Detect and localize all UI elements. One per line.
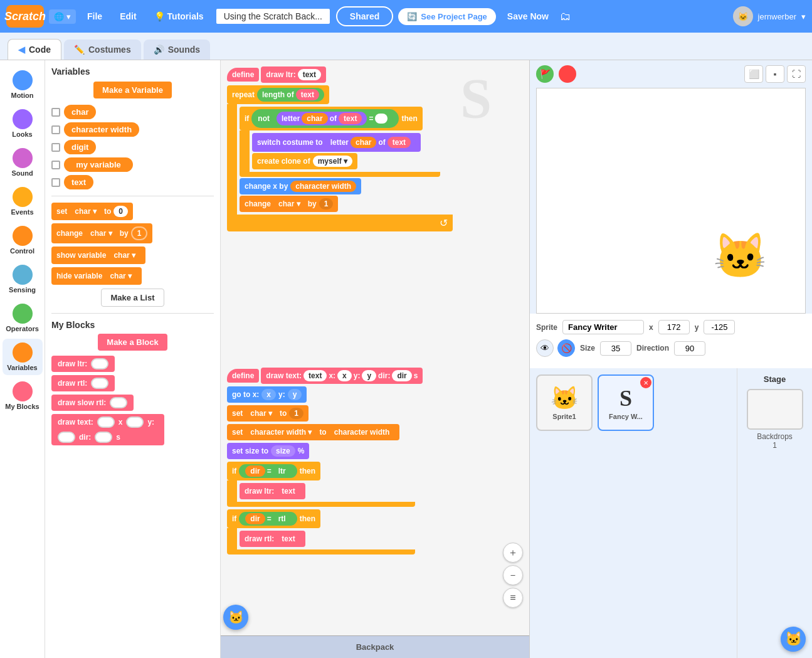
draw-slow-rtl-block[interactable]: draw slow rtl: [51,395,214,411]
make-block-button[interactable]: Make a Block [98,334,167,351]
sprite-name-input[interactable] [562,320,644,334]
myself-select[interactable]: myself ▾ [313,156,352,167]
dir-arg[interactable]: dir [392,370,411,381]
x-coord-input[interactable] [658,320,690,334]
char-checkbox[interactable] [51,108,60,117]
make-list-button[interactable]: Make a List [101,289,164,307]
draw-slow-rtl-input[interactable] [110,397,127,408]
change-char-inner-block[interactable]: change char ▾ by 1 [240,196,440,212]
show-sprite-btn[interactable]: 👁 [536,339,554,357]
stop-btn[interactable] [559,65,576,83]
user-menu[interactable]: 🐱 jernwerber ▾ [733,6,806,26]
large-stage-btn[interactable]: ▪ [766,65,784,83]
draw-ltr-call-label[interactable]: draw ltr: text [240,483,305,499]
if-block[interactable]: if not letter char of text = [240,107,440,130]
set-charwidth-block[interactable]: set character width ▾ to character width [227,424,423,440]
draw-rtl-block[interactable]: draw rtl: [51,375,214,391]
y-oval-goto[interactable]: y [288,389,302,400]
draw-text-input4[interactable] [95,432,112,443]
draw-text-input3[interactable] [58,432,75,443]
change-value[interactable]: 1 [131,226,148,240]
text-arg2[interactable]: text [303,370,327,381]
sprite-delete-btn[interactable]: ✕ [640,377,651,388]
repeat-block[interactable]: repeat length of text [227,85,453,104]
text-oval-ltr[interactable]: text [277,486,300,497]
draw-text-hat-block[interactable]: draw text: text x: x y: y dir: dir s [261,368,423,384]
create-clone-label[interactable]: create clone of myself ▾ [252,153,357,169]
folder-btn[interactable]: 🗂 [560,10,571,23]
sidebar-item-variables[interactable]: Variables [3,339,43,375]
set-char-1-block[interactable]: set char ▾ to 1 [227,405,423,422]
edit-menu[interactable]: Edit [113,9,142,24]
charwidth-checkbox[interactable] [51,125,60,134]
goto-block[interactable]: go to x: x y: y [227,386,423,403]
if-label[interactable]: if not letter char of text = [240,107,423,130]
define-block[interactable]: define [227,68,259,82]
file-menu[interactable]: File [81,9,108,24]
sidebar-item-control[interactable]: Control [3,222,43,258]
char-select-set[interactable]: char ▾ [70,206,102,217]
small-stage-btn[interactable]: ⬜ [744,65,763,83]
text-oval[interactable]: text [296,89,319,100]
set-size-block[interactable]: set size to size % [227,443,423,459]
see-project-page-btn[interactable]: 🔄 See Project Page [398,8,496,25]
tab-sounds[interactable]: 🔊 Sounds [144,40,210,60]
charwidth-oval2[interactable]: character width [329,427,395,438]
char-select2[interactable]: char ▾ [245,408,277,419]
length-of-text[interactable]: length of text [257,88,324,102]
set-char-block[interactable]: set char ▾ to 0 [51,203,214,220]
goto-label[interactable]: go to x: x y: y [227,386,307,403]
letter-block2[interactable]: letter char of text [325,135,416,149]
green-flag-btn[interactable]: 🚩 [536,65,554,83]
set-charwidth-label[interactable]: set character width ▾ to character width [227,424,399,440]
draw-rtl-call-block[interactable]: draw rtl: text [240,531,305,547]
charwidth-pill[interactable]: character width [64,122,139,137]
create-clone-block[interactable]: create clone of myself ▾ [252,153,421,169]
sidebar-item-myblocks[interactable]: My Blocks [3,378,43,414]
set-value[interactable]: 0 [113,206,128,217]
size-input[interactable] [600,341,631,356]
eq-bool[interactable]: letter char of text = [272,110,393,127]
char-oval2[interactable]: char [351,137,376,148]
if-dir-ltr-label[interactable]: if dir = ltr then [227,462,320,480]
myvar-checkbox[interactable] [51,161,60,169]
if-dir-ltr-block[interactable]: if dir = ltr then [227,462,423,480]
backpack-bar[interactable]: Backpack [221,635,529,658]
charwidth-select[interactable]: character width ▾ [245,427,317,438]
show-variable-block[interactable]: show variable char ▾ [51,247,214,264]
sidebar-item-sound[interactable]: Sound [3,144,43,181]
switch-costume-label[interactable]: switch costume to letter char of text [252,133,421,152]
draw-rtl-input[interactable] [91,378,108,389]
text-pill[interactable]: text [64,175,93,189]
shared-button[interactable]: Shared [336,6,393,26]
myvar-pill[interactable]: my variable [64,157,133,172]
char-select-change[interactable]: char ▾ [85,228,117,239]
text-oval3[interactable]: text [388,137,411,148]
tab-code[interactable]: ◀ Code [8,39,61,60]
sprite-thumb-sprite1[interactable]: 🐱 Sprite1 [536,374,593,431]
change-by-1[interactable]: 1 [319,198,334,210]
letter-block[interactable]: letter char of text [277,112,367,125]
draw-rtl-call-label[interactable]: draw rtl: text [240,531,305,547]
hide-variable-block[interactable]: hide variable char ▾ [51,267,214,285]
set-char-1-label[interactable]: set char ▾ to 1 [227,405,308,422]
dir-eq-ltr[interactable]: dir = ltr [239,464,297,478]
draw-ltr-hat-block[interactable]: draw ltr: text [261,66,326,83]
empty-oval[interactable] [375,114,388,124]
digit-pill[interactable]: digit [64,140,96,154]
hide-char-select[interactable]: char ▾ [105,270,137,282]
change-x-label[interactable]: change x by character width [240,178,361,194]
tab-costumes[interactable]: ✏️ Costumes [64,40,141,60]
x-arg[interactable]: x [337,370,352,381]
zoom-in-btn[interactable]: ＋ [503,543,523,563]
rtl-oval[interactable]: rtl [273,513,291,524]
draw-ltr-block[interactable]: draw ltr: [51,356,214,372]
text-arg1[interactable]: text [298,69,321,80]
language-selector[interactable]: 🌐 ▾ [49,9,76,24]
dir-eq-rtl[interactable]: dir = rtl [239,512,297,526]
value-1[interactable]: 1 [289,408,303,419]
zoom-reset-btn[interactable]: ≡ [503,588,523,608]
add-extension-btn[interactable]: 🐱 [223,605,248,630]
change-char-block[interactable]: change char ▾ by 1 [51,223,214,243]
char-select-inner[interactable]: char ▾ [273,198,305,210]
